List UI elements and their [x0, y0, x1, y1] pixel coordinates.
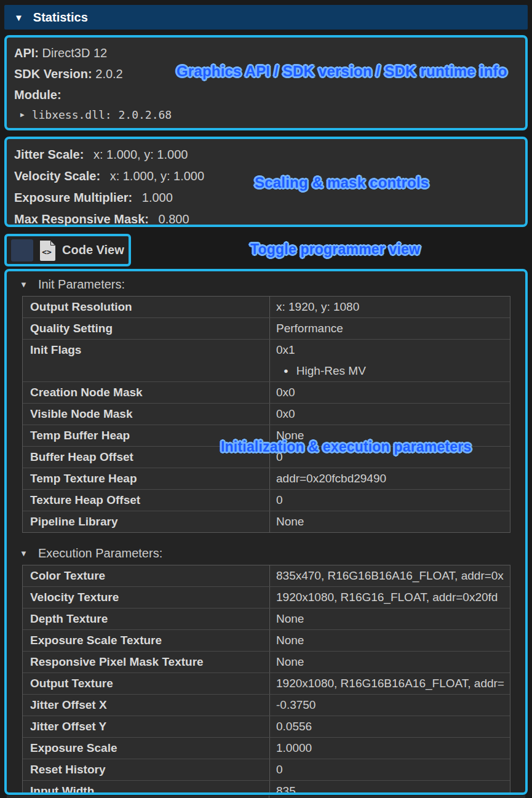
scale-value: x: 1.000, y: 1.000 [84, 148, 188, 161]
param-label: Visible Node Mask [23, 404, 269, 425]
param-value-text: None [276, 511, 510, 532]
scale-panel: Jitter Scale: x: 1.000, y: 1.000Velocity… [4, 137, 528, 227]
info-value: Direct3D 12 [39, 46, 107, 60]
api-info-panel: API: Direct3D 12SDK Version: 2.0.2Module… [4, 35, 528, 130]
annotation-code-view: Toggle programmer view [250, 241, 420, 258]
param-value: 0x0 [269, 382, 510, 403]
param-value-text: -0.3750 [276, 695, 510, 716]
param-value: -0.3750 [269, 695, 510, 716]
table-row: Temp Buffer HeapNone [23, 425, 510, 446]
param-value-text: 835 [276, 781, 510, 795]
code-view-label: Code View [62, 243, 124, 257]
param-label: Temp Buffer Heap [23, 425, 269, 446]
table-row: Quality SettingPerformance [23, 317, 510, 339]
scale-value: 1.000 [132, 191, 173, 204]
param-label: Output Texture [23, 673, 269, 694]
scale-value: x: 1.000, y: 1.000 [100, 169, 204, 183]
param-label: Temp Texture Heap [23, 468, 269, 489]
info-line: Velocity Scale: x: 1.000, y: 1.000 [14, 166, 518, 187]
table-row: Temp Texture Heapaddr=0x20fcbd29490 [23, 468, 510, 489]
statistics-header[interactable]: ▼ Statistics [4, 5, 528, 30]
param-label: Texture Heap Offset [23, 490, 269, 511]
table-row: Jitter Offset X-0.3750 [23, 694, 510, 716]
execution-parameters-header[interactable]: ▼ Execution Parameters: [20, 546, 525, 561]
collapse-icon: ▼ [20, 280, 28, 289]
param-value-text: addr=0x20fcbd29490 [276, 468, 510, 489]
table-row: Pipeline LibraryNone [23, 511, 510, 532]
param-value-text: 0x0 [276, 382, 510, 403]
table-row: Buffer Heap Offset0 [23, 446, 510, 468]
param-value-text: 0 [276, 447, 510, 468]
table-row: Init Flags0x1●High-Res MV [23, 339, 510, 381]
expand-icon: ▶ [20, 105, 25, 125]
info-line: Exposure Multiplier: 1.000 [14, 187, 518, 209]
param-value: None [269, 630, 510, 651]
param-value: 835x470, R16G16B16A16_FLOAT, addr=0x [269, 565, 510, 586]
info-line: API: Direct3D 12 [14, 42, 518, 63]
param-value: 1920x1080, R16G16_FLOAT, addr=0x20fd [269, 587, 510, 608]
scale-value: 0.800 [149, 212, 189, 226]
table-row: Velocity Texture1920x1080, R16G16_FLOAT,… [23, 586, 510, 608]
param-value-text: None [276, 652, 510, 672]
code-view-checkbox[interactable] [11, 239, 33, 261]
param-value-text: None [276, 425, 510, 446]
param-value: 0 [269, 759, 510, 780]
code-view-toggle[interactable]: <> Code View [4, 234, 131, 266]
table-row: Reset History0 [23, 759, 510, 780]
param-label: Pipeline Library [23, 511, 269, 532]
table-row: Creation Node Mask0x0 [23, 381, 510, 403]
param-value-text: 0.0556 [276, 716, 510, 737]
param-value: Performance [269, 318, 510, 339]
param-value-text: 0x1 [276, 340, 510, 361]
param-value: None [269, 652, 510, 672]
param-value-text: None [276, 630, 510, 651]
table-row: Exposure Scale1.0000 [23, 737, 510, 759]
param-label: Jitter Offset X [23, 695, 269, 716]
info-line: SDK Version: 2.0.2 [14, 63, 518, 84]
api-info-lines: API: Direct3D 12SDK Version: 2.0.2Module… [14, 42, 518, 105]
init-parameters-header[interactable]: ▼ Init Parameters: [20, 277, 525, 292]
table-row: Depth TextureNone [23, 608, 510, 629]
param-value: addr=0x20fcbd29490 [269, 468, 510, 489]
param-value: None [269, 608, 510, 629]
flag-label: High-Res MV [296, 361, 366, 381]
param-label: Quality Setting [23, 318, 269, 339]
param-label: Exposure Scale Texture [23, 630, 269, 651]
scale-lines: Jitter Scale: x: 1.000, y: 1.000Velocity… [7, 139, 525, 234]
page-title: Statistics [33, 10, 88, 25]
param-value-text: 0 [276, 759, 510, 780]
table-row: Responsive Pixel Mask TextureNone [23, 651, 510, 672]
param-value: 0 [269, 447, 510, 468]
param-value: 0x1●High-Res MV [269, 340, 510, 381]
param-label: Output Resolution [23, 297, 269, 317]
param-value: 835 [269, 781, 510, 795]
execution-parameters-table: Color Texture835x470, R16G16B16A16_FLOAT… [22, 565, 510, 795]
param-label: Creation Node Mask [23, 382, 269, 403]
scale-label: Velocity Scale: [14, 169, 100, 183]
scale-label: Max Responsive Mask: [14, 212, 149, 226]
param-value: None [269, 425, 510, 446]
param-value-text: 0x0 [276, 404, 510, 425]
module-entry[interactable]: ▶ libxess.dll: 2.0.2.68 [14, 105, 518, 125]
info-line: Max Responsive Mask: 0.800 [14, 209, 518, 230]
clipped-table-strip [7, 796, 525, 798]
flag-item: ●High-Res MV [276, 361, 510, 381]
param-value: 1920x1080, R16G16B16A16_FLOAT, addr= [269, 673, 510, 694]
param-value-text: x: 1920, y: 1080 [276, 297, 510, 317]
param-value: None [269, 511, 510, 532]
param-label: Buffer Heap Offset [23, 447, 269, 468]
table-row: Jitter Offset Y0.0556 [23, 716, 510, 737]
collapse-icon: ▼ [20, 549, 28, 558]
info-line: Jitter Scale: x: 1.000, y: 1.000 [14, 144, 518, 166]
table-row: Output Resolutionx: 1920, y: 1080 [23, 297, 510, 317]
param-value-text: 1920x1080, R16G16B16A16_FLOAT, addr= [276, 673, 510, 694]
param-value-text: 835x470, R16G16B16A16_FLOAT, addr=0x [276, 565, 510, 586]
parameters-panel: ▼ Init Parameters: Output Resolutionx: 1… [4, 269, 528, 795]
param-value: x: 1920, y: 1080 [269, 297, 510, 317]
param-label: Reset History [23, 759, 269, 780]
table-row: Output Texture1920x1080, R16G16B16A16_FL… [23, 672, 510, 694]
info-value: 2.0.2 [92, 67, 123, 81]
param-value: 0x0 [269, 404, 510, 425]
scale-label: Jitter Scale: [14, 148, 84, 161]
info-label: API: [14, 46, 39, 60]
